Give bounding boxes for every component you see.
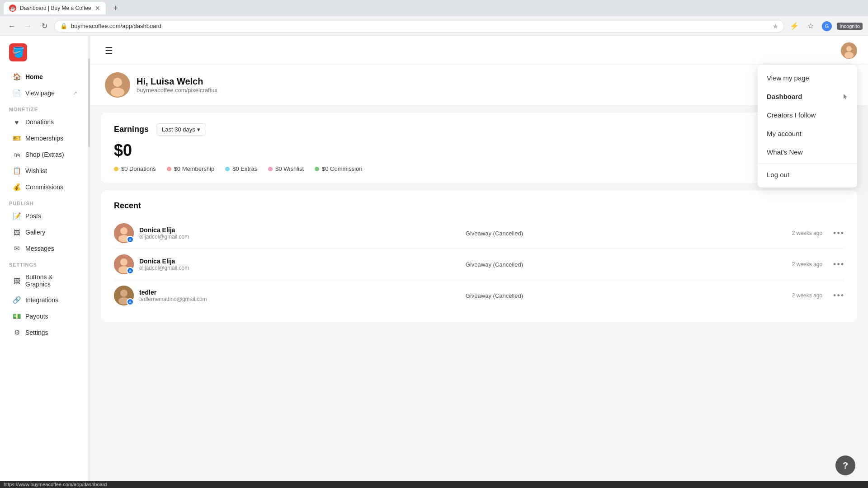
app-header-right — [841, 42, 857, 59]
breakdown-commission: $0 Commission — [315, 165, 363, 172]
user-text-info: Hi, Luisa Welch buymeacoffee.com/pixelcr… — [137, 76, 217, 94]
recent-avatar-1: A — [114, 223, 134, 243]
extras-dot — [225, 167, 230, 171]
dropdown-menu: View my page Dashboard Creators I follow… — [758, 65, 857, 188]
sidebar-item-donations[interactable]: ♥ Donations — [4, 114, 86, 130]
new-tab-btn[interactable]: + — [109, 2, 122, 14]
hamburger-btn[interactable]: ☰ — [101, 42, 117, 60]
sidebar-integrations-label: Integrations — [25, 296, 58, 304]
external-link-icon: ↗ — [73, 90, 77, 96]
breakdown-membership: $0 Membership — [167, 165, 215, 172]
recent-item: A Donica Elija elijadcol@gmail.com Givea… — [114, 218, 844, 249]
dropdown-item-whats-new[interactable]: What's New — [758, 143, 857, 161]
buttons-graphics-icon: 🖼 — [13, 277, 21, 285]
sidebar-payouts-label: Payouts — [25, 313, 48, 320]
commissions-icon: 💰 — [13, 183, 21, 191]
sidebar-item-memberships[interactable]: 🎫 Memberships — [4, 131, 86, 146]
header-user-avatar[interactable] — [841, 42, 857, 59]
user-page-url: buymeacoffee.com/pixelcraftux — [137, 87, 217, 94]
recent-name-2: Donica Elija — [139, 258, 460, 265]
recent-time-1: 2 weeks ago — [792, 230, 822, 236]
view-page-icon: 📄 — [13, 89, 21, 97]
recent-item: A Donica Elija elijadcol@gmail.com Givea… — [114, 249, 844, 280]
publish-section-label: PUBLISH — [0, 195, 90, 208]
period-selector-btn[interactable]: Last 30 days ▾ — [156, 123, 206, 136]
recent-type-3: Giveaway (Cancelled) — [466, 292, 787, 299]
bookmark-btn[interactable]: ☆ — [804, 20, 817, 33]
sidebar: 🪣 🏠 Home 📄 View page ↗ MONETIZE ♥ Donati… — [0, 36, 90, 481]
help-btn[interactable]: ? — [835, 455, 855, 475]
svg-point-1 — [846, 46, 852, 52]
recent-info-2: Donica Elija elijadcol@gmail.com — [139, 258, 460, 271]
profile-btn[interactable]: G — [821, 20, 833, 33]
sidebar-messages-label: Messages — [25, 245, 54, 252]
recent-type-2: Giveaway (Cancelled) — [466, 261, 787, 268]
sidebar-donations-label: Donations — [25, 118, 54, 126]
membership-breakdown-label: $0 Membership — [174, 165, 215, 172]
earnings-breakdown: $0 Donations $0 Membership $0 Extras $0 … — [114, 165, 844, 172]
wishlist-icon: 📋 — [13, 167, 21, 175]
browser-navbar: ← → ↻ 🔒 buymeacoffee.com/app/dashboard ★… — [0, 16, 868, 36]
integrations-icon: 🔗 — [13, 296, 21, 304]
cursor-icon — [843, 94, 848, 99]
breakdown-wishlist: $0 Wishlist — [268, 165, 304, 172]
sidebar-item-home[interactable]: 🏠 Home — [4, 69, 86, 84]
recent-email-2: elijadcol@gmail.com — [139, 265, 460, 271]
sidebar-item-commissions[interactable]: 💰 Commissions — [4, 179, 86, 195]
donations-icon: ♥ — [13, 118, 21, 126]
settings-icon: ⚙ — [13, 328, 21, 337]
sidebar-view-page-label: View page — [25, 89, 55, 97]
sidebar-item-gallery[interactable]: 🖼 Gallery — [4, 225, 86, 240]
sidebar-item-settings[interactable]: ⚙ Settings — [4, 325, 86, 340]
recent-more-btn-2[interactable]: ••• — [833, 260, 844, 269]
posts-icon: 📝 — [13, 212, 21, 220]
dropdown-item-my-account[interactable]: My account — [758, 124, 857, 143]
sidebar-item-wishlist[interactable]: 📋 Wishlist — [4, 163, 86, 178]
sidebar-shop-label: Shop (Extras) — [25, 151, 64, 158]
browser-chrome: ☕ Dashboard | Buy Me a Coffee ✕ + ← → ↻ … — [0, 0, 868, 36]
sidebar-item-view-page[interactable]: 📄 View page ↗ — [4, 85, 86, 101]
sidebar-item-buttons-graphics[interactable]: 🖼 Buttons & Graphics — [4, 270, 86, 291]
sidebar-item-messages[interactable]: ✉ Messages — [4, 241, 86, 256]
tab-title: Dashboard | Buy Me a Coffee — [20, 5, 91, 11]
recent-item: A tedler tedlernemadino@gmail.com Giveaw… — [114, 280, 844, 311]
svg-point-4 — [113, 78, 122, 87]
app-header: ☰ — [90, 36, 868, 65]
browser-tab[interactable]: ☕ Dashboard | Buy Me a Coffee ✕ — [4, 2, 106, 14]
donations-dot — [114, 167, 118, 171]
svg-point-13 — [120, 290, 127, 297]
sidebar-wishlist-label: Wishlist — [25, 167, 47, 174]
address-bar[interactable]: 🔒 buymeacoffee.com/app/dashboard ★ — [54, 20, 784, 33]
dropdown-item-creators-follow[interactable]: Creators I follow — [758, 106, 857, 124]
recent-info-1: Donica Elija elijadcol@gmail.com — [139, 226, 460, 240]
help-icon: ? — [843, 460, 848, 471]
recent-title: Recent — [114, 201, 844, 211]
dropdown-item-dashboard[interactable]: Dashboard — [758, 87, 857, 106]
sidebar-item-posts[interactable]: 📝 Posts — [4, 208, 86, 224]
sidebar-home-label: Home — [25, 73, 43, 80]
sidebar-item-shop[interactable]: 🛍 Shop (Extras) — [4, 147, 86, 162]
earnings-section: Earnings Last 30 days ▾ $0 $0 Donations … — [101, 113, 857, 183]
recent-more-btn-3[interactable]: ••• — [833, 291, 844, 300]
breakdown-donations: $0 Donations — [114, 165, 156, 172]
settings-section-label: SETTINGS — [0, 257, 90, 269]
commission-dot — [315, 167, 319, 171]
recent-more-btn-1[interactable]: ••• — [833, 229, 844, 238]
dropdown-item-view-my-page[interactable]: View my page — [758, 69, 857, 87]
dropdown-divider — [758, 163, 857, 164]
tab-close-btn[interactable]: ✕ — [95, 5, 100, 12]
dropdown-item-log-out[interactable]: Log out — [758, 165, 857, 184]
svg-point-2 — [844, 52, 854, 58]
recent-time-3: 2 weeks ago — [792, 292, 822, 299]
extensions-btn[interactable]: ⚡ — [788, 20, 801, 33]
payouts-icon: 💵 — [13, 312, 21, 320]
sidebar-item-integrations[interactable]: 🔗 Integrations — [4, 292, 86, 308]
sidebar-item-payouts[interactable]: 💵 Payouts — [4, 309, 86, 324]
sidebar-logo: 🪣 — [0, 36, 90, 69]
forward-btn[interactable]: → — [22, 20, 34, 33]
breakdown-extras: $0 Extras — [225, 165, 257, 172]
logo-icon: 🪣 — [9, 43, 27, 61]
back-btn[interactable]: ← — [5, 20, 18, 33]
reload-btn[interactable]: ↻ — [38, 20, 51, 33]
earnings-amount: $0 — [114, 141, 844, 160]
